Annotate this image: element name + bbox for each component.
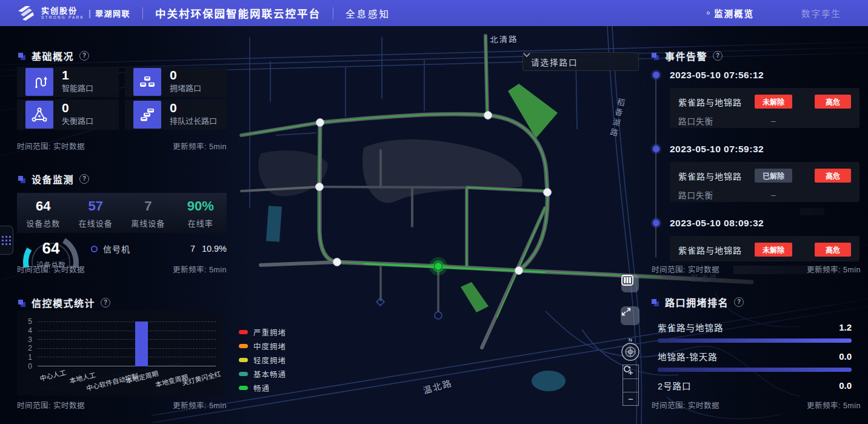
intersection-marker[interactable]	[333, 258, 341, 266]
top-header: 实创股份 STRONG PARK | 翠湖网联 中关村环保园智能网联云控平台 全…	[0, 0, 868, 26]
ranking-value: 1.2	[839, 322, 852, 332]
map-compass[interactable]: N	[618, 337, 643, 363]
stat-label: 排队过长路口	[170, 116, 225, 126]
brand-subtitle: STRONG PARK	[41, 16, 84, 20]
intersection-select-dropdown[interactable]: 请选择路口	[522, 52, 639, 71]
stat-value: 57	[70, 198, 122, 214]
alert-level-badge: 高危	[815, 243, 851, 257]
zoom-out-button[interactable]: −	[623, 392, 638, 405]
alert-card[interactable]: 紫雀路与地锦路 已解除 高危 路口失衡 –	[670, 162, 860, 202]
stat-value: 0	[170, 101, 177, 115]
stat-value: 64	[17, 198, 70, 214]
stat-value: 0	[170, 68, 177, 82]
nav-item-monitor-overview[interactable]: 监测概览	[707, 7, 754, 19]
device-stat-offline: 7 离线设备	[122, 193, 175, 233]
legend-item: 中度拥堵	[239, 339, 286, 353]
ranking-road-name: 地锦路-锦天路	[658, 350, 718, 363]
stat-label: 失衡路口	[62, 116, 118, 126]
ranking-bar	[658, 338, 852, 343]
expand-arrows-icon	[621, 306, 632, 317]
chart-x-label: 中心人工	[38, 367, 67, 383]
chart-y-tick: 4	[28, 326, 32, 335]
device-row-signal-machine: 信号机 7 10.9%	[91, 243, 227, 255]
intersection-marker[interactable]	[316, 119, 324, 127]
alert-road-name: 紫雀路与地锦路	[678, 244, 755, 256]
dropdown-placeholder: 请选择路口	[531, 56, 578, 68]
map-zoom-controls: + −	[623, 365, 639, 406]
section-signal-mode-header: 信控模式统计 ?	[18, 295, 110, 310]
section-title: 设备监测	[32, 172, 74, 186]
help-icon[interactable]: ?	[734, 297, 744, 307]
help-icon[interactable]: ?	[713, 51, 723, 61]
congestion-ranking-meta: 时间范围: 实时数据 更新频率: 5min	[652, 399, 861, 411]
ranking-road-name: 紫雀路与地锦路	[658, 321, 724, 334]
svg-text:N: N	[629, 337, 632, 343]
intersection-marker[interactable]	[484, 112, 492, 119]
chart-y-tick: 3	[28, 335, 32, 344]
timeline-dot	[653, 146, 659, 152]
brand-text: 实创股份 STRONG PARK	[41, 7, 84, 20]
time-range-label: 时间范围: 实时数据	[652, 399, 719, 411]
alert-timestamp: 2023-05-10 07:59:32	[670, 144, 764, 155]
module-tab-holographic[interactable]: 全息感知	[346, 7, 390, 20]
help-icon[interactable]: ?	[79, 174, 89, 184]
alert-card[interactable]: 紫雀路与地锦路 未解除 高危 路口失衡 –	[670, 88, 860, 128]
alert-card[interactable]: 紫雀路与地锦路 未解除 高危	[670, 236, 860, 261]
map-layers-button[interactable]	[621, 275, 639, 292]
ranking-value: 0.0	[839, 351, 852, 362]
timeline-dot	[653, 72, 659, 78]
ranking-row: 2号路口 0.0	[658, 379, 852, 392]
alert-status-badge: 未解除	[755, 243, 792, 257]
section-squares-icon	[652, 52, 659, 60]
nav-item-digital-twin[interactable]: 数字孪生	[801, 7, 841, 19]
alert-level-badge: 高危	[815, 95, 851, 109]
legend-item: 轻度拥堵	[239, 353, 286, 367]
intersection-marker[interactable]	[316, 183, 324, 191]
stat-label: 设备总数	[17, 217, 70, 229]
panel-drag-handle[interactable]	[0, 226, 13, 255]
alert-event-type: 路口失衡	[678, 189, 755, 201]
route-icon	[25, 68, 53, 96]
map-fullscreen-button[interactable]	[621, 306, 639, 325]
basic-overview-meta: 时间范围: 实时数据 更新频率: 5min	[17, 140, 227, 152]
section-title: 信控模式统计	[32, 295, 95, 310]
section-title: 基础概况	[32, 49, 74, 63]
legend-item: 严重拥堵	[239, 325, 286, 339]
selected-intersection-marker[interactable]	[429, 257, 447, 275]
imbalance-network-icon	[25, 101, 53, 129]
reset-view-button[interactable]	[623, 379, 638, 392]
help-icon[interactable]: ?	[79, 51, 89, 61]
chart-y-tick: 0	[28, 362, 32, 371]
stat-label: 在线设备	[70, 217, 122, 229]
section-event-alerts-header: 事件告警 ?	[652, 49, 723, 63]
congestion-legend: 严重拥堵 中度拥堵 轻度拥堵 基本畅通 畅通	[239, 325, 286, 395]
stat-card-smart-intersections: 1 智能路口	[17, 67, 119, 97]
chart-bar	[135, 321, 148, 366]
stat-value: 90%	[175, 198, 227, 214]
intersection-marker[interactable]	[515, 267, 523, 275]
stat-label: 智能路口	[62, 84, 118, 93]
device-total-gauge: 64 设备总数	[16, 231, 88, 268]
device-monitor-meta: 时间范围: 实时数据 更新频率: 5min	[17, 263, 227, 275]
intersection-marker[interactable]	[544, 189, 552, 197]
help-icon[interactable]: ?	[101, 298, 110, 308]
legend-label: 中度拥堵	[253, 340, 286, 352]
ranking-road-name: 2号路口	[658, 379, 692, 392]
signal-mode-chart: 012345 中心人工本地人工中心软件自动控制本地定周期本地变周期关灯黄闪全红	[17, 311, 223, 395]
time-range-label: 时间范围: 实时数据	[17, 263, 85, 275]
road-label-beiqing: 北清路	[490, 32, 518, 45]
ranking-bar-track	[658, 368, 852, 372]
section-squares-icon	[18, 299, 26, 307]
nav-label: 监测概览	[714, 7, 754, 19]
chart-x-label: 本地定周期	[124, 368, 159, 386]
update-rate-label: 更新频率: 5min	[807, 399, 861, 411]
nav-active-bullet-icon	[707, 12, 710, 15]
ranking-row: 地锦路-锦天路 0.0	[658, 350, 852, 363]
update-rate-label: 更新频率: 5min	[173, 263, 227, 275]
signal-ring-icon	[91, 246, 98, 252]
device-count: 7	[190, 244, 195, 254]
update-rate-label: 更新频率: 5min	[807, 263, 861, 275]
stat-card-long-queue-intersections: 0 排队过长路口	[125, 99, 227, 130]
device-percent: 10.9%	[195, 244, 227, 254]
chevron-down-icon	[523, 53, 530, 57]
